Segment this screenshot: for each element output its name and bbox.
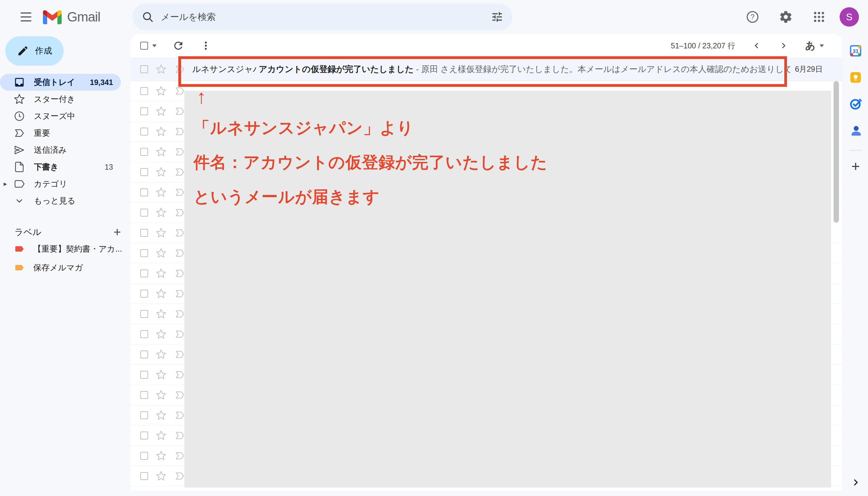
row-importance-icon[interactable] [174, 146, 186, 158]
compose-button[interactable]: 作成 [5, 36, 63, 65]
search-bar[interactable] [132, 4, 513, 30]
row-checkbox[interactable] [140, 128, 148, 136]
row-star-icon[interactable] [155, 166, 167, 178]
email-row-highlighted[interactable]: ルネサンスジャパン アカウントの仮登録が完了いたしました - 原田 さえ様仮登録… [131, 58, 842, 81]
row-star-icon[interactable] [155, 308, 167, 320]
add-label-button[interactable]: + [113, 226, 121, 238]
select-all-checkbox[interactable] [140, 42, 148, 50]
help-button[interactable]: ? [740, 4, 765, 30]
show-side-panel-button[interactable] [851, 477, 861, 487]
row-star-icon[interactable] [155, 63, 167, 75]
row-checkbox[interactable] [140, 229, 148, 237]
row-checkbox[interactable] [140, 148, 148, 156]
row-checkbox[interactable] [140, 168, 148, 176]
row-checkbox[interactable] [140, 472, 148, 480]
contacts-button[interactable] [847, 122, 864, 139]
row-importance-icon[interactable] [174, 328, 186, 340]
search-options-icon[interactable] [491, 11, 503, 23]
sidebar-item-important[interactable]: 重要 [0, 125, 121, 141]
row-checkbox[interactable] [140, 87, 148, 95]
expand-arrow-icon[interactable]: ▸ [4, 180, 7, 188]
row-importance-icon[interactable] [174, 63, 186, 75]
list-scrollbar-thumb[interactable] [834, 81, 839, 222]
row-star-icon[interactable] [155, 247, 167, 259]
row-checkbox[interactable] [140, 391, 148, 399]
row-importance-icon[interactable] [174, 227, 186, 238]
row-checkbox[interactable] [140, 351, 148, 358]
row-checkbox[interactable] [140, 188, 148, 196]
row-star-icon[interactable] [155, 268, 167, 279]
row-checkbox[interactable] [140, 411, 148, 419]
row-importance-icon[interactable] [174, 308, 186, 320]
select-dropdown-icon[interactable] [152, 45, 157, 47]
row-star-icon[interactable] [155, 349, 167, 360]
input-method-button[interactable]: あ [805, 39, 824, 52]
row-star-icon[interactable] [155, 470, 167, 482]
row-importance-icon[interactable] [174, 85, 186, 97]
sidebar-label-saved-newsletters[interactable]: 保存メルマガ [0, 258, 131, 277]
row-importance-icon[interactable] [174, 369, 186, 381]
row-importance-icon[interactable] [174, 450, 186, 462]
row-star-icon[interactable] [155, 430, 167, 441]
newer-page-button[interactable] [752, 41, 761, 50]
row-checkbox[interactable] [140, 330, 148, 338]
sidebar-item-snoozed[interactable]: スヌーズ中 [0, 108, 121, 125]
row-importance-icon[interactable] [174, 166, 186, 178]
sidebar-item-inbox[interactable]: 受信トレイ 19,341 [0, 74, 121, 91]
row-importance-icon[interactable] [174, 207, 186, 218]
row-star-icon[interactable] [155, 126, 167, 137]
row-star-icon[interactable] [155, 409, 167, 421]
row-star-icon[interactable] [155, 227, 167, 238]
tasks-button[interactable] [847, 96, 864, 112]
older-page-button[interactable] [778, 41, 788, 50]
more-options-button[interactable] [200, 40, 212, 51]
row-checkbox[interactable] [140, 310, 148, 318]
row-importance-icon[interactable] [174, 126, 186, 137]
row-star-icon[interactable] [155, 85, 167, 97]
calendar-button[interactable]: 31 [847, 42, 864, 59]
row-star-icon[interactable] [155, 106, 167, 117]
row-importance-icon[interactable] [174, 247, 186, 259]
row-star-icon[interactable] [155, 328, 167, 340]
row-importance-icon[interactable] [174, 187, 186, 198]
row-star-icon[interactable] [155, 288, 167, 299]
row-importance-icon[interactable] [174, 409, 186, 421]
sidebar-label-important-contracts[interactable]: 【重要】契約書・アカ... [0, 239, 131, 258]
row-checkbox[interactable] [140, 371, 148, 379]
row-checkbox[interactable] [140, 107, 148, 115]
sidebar-item-more[interactable]: もっと見る [0, 192, 121, 209]
search-input[interactable] [161, 12, 491, 22]
row-checkbox[interactable] [140, 209, 148, 217]
account-avatar[interactable]: S [840, 7, 859, 27]
sidebar-item-drafts[interactable]: 下書き 13 [0, 158, 121, 175]
sidebar-item-starred[interactable]: スター付き [0, 91, 121, 108]
row-star-icon[interactable] [155, 369, 167, 381]
keep-button[interactable] [847, 69, 864, 86]
row-checkbox[interactable] [140, 249, 148, 257]
row-checkbox[interactable] [140, 432, 148, 439]
row-importance-icon[interactable] [174, 106, 186, 117]
row-star-icon[interactable] [155, 450, 167, 462]
settings-button[interactable] [773, 4, 799, 30]
row-importance-icon[interactable] [174, 268, 186, 279]
row-importance-icon[interactable] [174, 470, 186, 482]
row-importance-icon[interactable] [174, 430, 186, 441]
row-importance-icon[interactable] [174, 349, 186, 360]
sidebar-item-sent[interactable]: 送信済み [0, 141, 121, 158]
row-importance-icon[interactable] [174, 389, 186, 401]
get-addons-button[interactable]: + [851, 159, 860, 174]
row-checkbox[interactable] [140, 65, 148, 73]
row-checkbox[interactable] [140, 452, 148, 460]
refresh-button[interactable] [172, 40, 184, 52]
main-menu-button[interactable] [12, 2, 41, 31]
row-star-icon[interactable] [155, 187, 167, 198]
apps-button[interactable] [806, 4, 832, 30]
row-star-icon[interactable] [155, 146, 167, 158]
email-text: アカウントの仮登録が完了いたしました - 原田 さえ様仮登録が完了いたしました。… [259, 63, 790, 75]
row-checkbox[interactable] [140, 269, 148, 277]
sidebar-item-categories[interactable]: ▸ カテゴリ [0, 175, 121, 192]
row-star-icon[interactable] [155, 207, 167, 218]
row-checkbox[interactable] [140, 290, 148, 298]
row-star-icon[interactable] [155, 389, 167, 401]
row-importance-icon[interactable] [174, 288, 186, 299]
